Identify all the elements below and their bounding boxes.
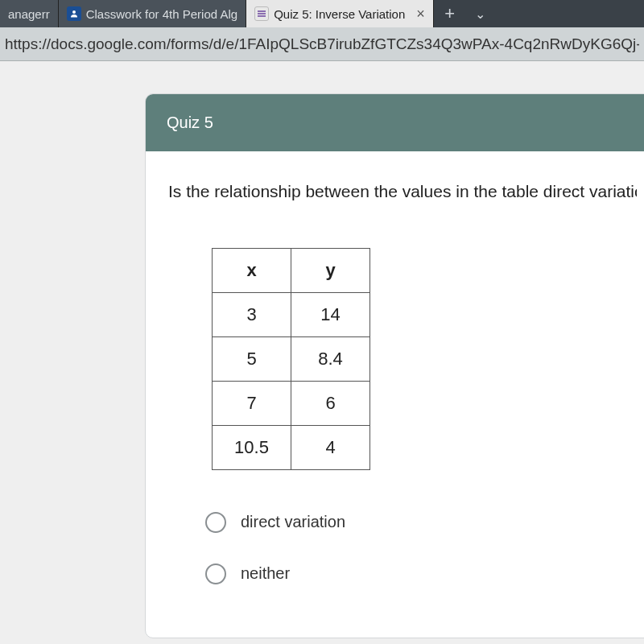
tab-label: Classwork for 4th Period Alg	[86, 7, 237, 21]
tab-label: anagerr	[8, 7, 50, 21]
cell: 7	[213, 381, 291, 425]
tab-manager[interactable]: anagerr	[0, 0, 59, 27]
radio-icon	[205, 512, 226, 533]
table-row: 3 14	[213, 292, 370, 336]
table-row: 7 6	[213, 381, 370, 425]
tab-classwork[interactable]: Classwork for 4th Period Alg	[59, 0, 246, 27]
browser-tab-strip: anagerr Classwork for 4th Period Alg Qui…	[0, 0, 644, 27]
cell: 8.4	[291, 336, 370, 381]
person-icon	[67, 6, 81, 21]
form-body: Is the relationship between the values i…	[146, 151, 644, 638]
tab-label: Quiz 5: Inverse Variation	[274, 7, 405, 21]
table-row: 5 8.4	[213, 336, 370, 381]
choice-neither[interactable]: neither	[205, 564, 637, 584]
cell: 5	[213, 336, 291, 381]
form-header: Quiz 5	[146, 94, 644, 151]
form-card: Quiz 5 Is the relationship between the v…	[145, 93, 644, 638]
choice-label: neither	[241, 564, 290, 583]
cell: 6	[291, 381, 370, 425]
data-table: x y 3 14 5 8.4 7 6 10.5 4	[212, 248, 370, 470]
cell: 14	[291, 292, 370, 336]
cell: 3	[213, 292, 291, 336]
col-header-x: x	[213, 248, 291, 292]
cell: 10.5	[213, 425, 291, 469]
close-icon[interactable]: ×	[416, 6, 425, 23]
table-row: 10.5 4	[213, 425, 370, 469]
url-input[interactable]	[5, 35, 639, 53]
address-bar	[0, 27, 644, 61]
choice-direct-variation[interactable]: direct variation	[205, 512, 637, 533]
cell: 4	[291, 425, 370, 469]
tab-list-chevron-icon[interactable]: ⌄	[466, 0, 495, 27]
radio-icon	[205, 564, 226, 584]
choice-label: direct variation	[241, 513, 345, 531]
question-text: Is the relationship between the values i…	[168, 179, 637, 204]
svg-point-0	[72, 10, 76, 14]
form-icon	[254, 6, 269, 21]
col-header-y: y	[291, 248, 370, 292]
tab-quiz-5[interactable]: Quiz 5: Inverse Variation ×	[246, 0, 434, 27]
answer-choices: direct variation neither	[205, 512, 637, 584]
new-tab-button[interactable]: +	[434, 0, 466, 27]
page-content: Quiz 5 Is the relationship between the v…	[0, 61, 644, 644]
